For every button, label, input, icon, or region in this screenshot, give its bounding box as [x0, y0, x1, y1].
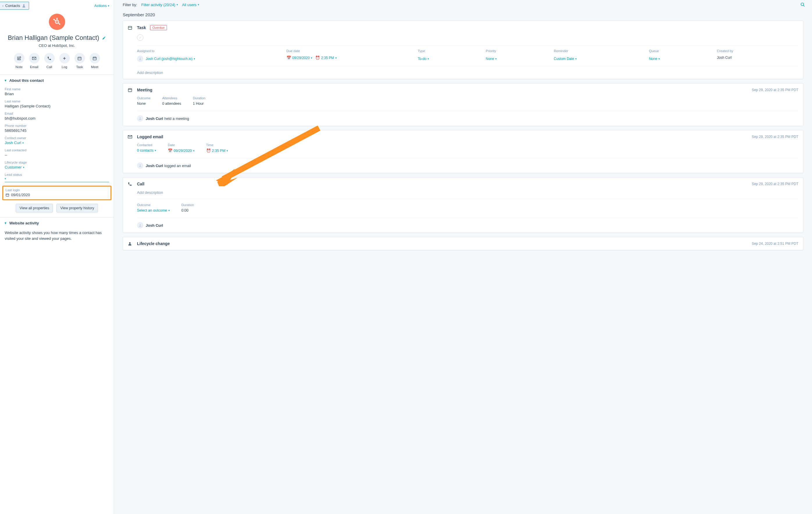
add-description[interactable]: Add description: [137, 190, 798, 195]
filter-prefix: Filter by:: [123, 3, 137, 7]
note-button[interactable]: Note: [14, 53, 24, 69]
assigned-to-value[interactable]: Josh Curl (josh@hightouch.io) ▾: [137, 56, 282, 62]
duration-value[interactable]: 0:00: [181, 208, 194, 213]
due-date-label: Due date: [287, 49, 413, 53]
priority-value[interactable]: None ▾: [486, 56, 549, 62]
svg-rect-11: [78, 57, 81, 60]
task-button[interactable]: Task: [75, 53, 85, 69]
svg-point-4: [56, 18, 57, 19]
hubspot-sprocket-icon: [53, 18, 61, 26]
task-card[interactable]: Task Overdue ✓ Assigned to Due date Type…: [123, 21, 803, 79]
time-label: Time: [206, 143, 228, 147]
card-timestamp: Sep 29, 2020 at 2:35 PM PDT: [752, 135, 798, 139]
card-timestamp: Sep 24, 2020 at 2:51 PM PDT: [752, 242, 798, 246]
back-to-contacts[interactable]: ‹ Contacts: [0, 2, 29, 9]
last-name-value[interactable]: Halligan (Sample Contact): [5, 104, 109, 108]
task-complete-checkbox[interactable]: ✓: [137, 34, 143, 41]
first-name-label: First name: [5, 87, 109, 91]
caret-down-icon: ▾: [5, 79, 6, 82]
search-button[interactable]: [801, 2, 805, 7]
quick-actions: Note Email Call Log Task Meet: [6, 53, 108, 69]
svg-line-20: [803, 5, 805, 6]
card-title: Lifecycle change: [137, 241, 170, 246]
clock-icon: ⏰: [315, 56, 320, 60]
task-icon: [77, 56, 82, 60]
first-name-value[interactable]: Brian: [5, 92, 109, 96]
reminder-label: Reminder: [554, 49, 644, 53]
created-by-value: Josh Curl: [717, 56, 798, 62]
clock-icon: ⏰: [206, 148, 211, 153]
website-activity-header[interactable]: ▾ Website activity: [0, 217, 114, 229]
avatar-icon: [137, 115, 143, 121]
queue-value[interactable]: None ▾: [649, 56, 712, 62]
call-card[interactable]: Call Sep 29, 2020 at 2:35 PM PDT Add des…: [123, 177, 803, 233]
calendar-icon: [5, 193, 9, 197]
meet-button[interactable]: Meet: [90, 53, 100, 69]
properties-list: First nameBrian Last nameHalligan (Sampl…: [0, 86, 114, 217]
calendar-icon: 📅: [287, 56, 291, 60]
view-property-history-button[interactable]: View property history: [56, 204, 98, 213]
chevron-left-icon: ‹: [2, 4, 3, 8]
about-section-header[interactable]: ▾ About this contact: [0, 75, 114, 86]
add-description[interactable]: Add description: [137, 66, 798, 75]
call-button[interactable]: Call: [44, 53, 55, 69]
card-title: Meeting: [137, 88, 152, 92]
duration-value[interactable]: 1 Hour: [193, 102, 205, 106]
attendees-value[interactable]: 0 attendees: [162, 102, 181, 106]
email-label: Email: [5, 112, 109, 115]
outcome-value[interactable]: None: [137, 102, 151, 106]
attribution: Josh Curl: [137, 218, 798, 228]
view-all-properties-button[interactable]: View all properties: [16, 204, 53, 213]
owner-value[interactable]: Josh Curl▾: [5, 141, 109, 145]
svg-rect-24: [128, 88, 132, 92]
caret-down-icon: ▾: [5, 177, 6, 180]
last-contacted-value[interactable]: --: [5, 153, 109, 157]
svg-point-23: [140, 58, 141, 59]
filter-users-dropdown[interactable]: All users▾: [182, 3, 199, 7]
attribution: Josh Curl logged an email: [137, 158, 798, 169]
card-timestamp: Sep 29, 2020 at 2:35 PM PDT: [752, 182, 798, 186]
svg-point-0: [23, 4, 25, 6]
caret-down-icon: ▾: [177, 3, 178, 6]
type-label: Type: [417, 49, 481, 53]
log-button[interactable]: Log: [59, 53, 70, 69]
owner-label: Contact owner: [5, 136, 109, 140]
phone-icon: [47, 56, 52, 60]
lead-status-value[interactable]: ▾: [5, 177, 109, 180]
lifecycle-value[interactable]: Customer▾: [5, 165, 109, 169]
edit-name-button[interactable]: [102, 36, 106, 40]
time-value[interactable]: ⏰2:35 PM ▾: [206, 148, 228, 153]
lead-status-label: Lead status: [5, 173, 109, 177]
meeting-card[interactable]: Meeting Sep 29, 2020 at 2:35 PM PDT Outc…: [123, 83, 803, 126]
calendar-icon: 📅: [168, 148, 172, 153]
duration-label: Duration: [193, 96, 205, 100]
person-icon: [128, 242, 133, 246]
type-value[interactable]: To-do ▾: [417, 56, 481, 62]
actions-dropdown[interactable]: Actions ▾: [94, 3, 109, 8]
phone-value[interactable]: 5865691745: [5, 128, 109, 133]
calendar-icon: [92, 56, 97, 60]
svg-rect-21: [128, 26, 132, 29]
logged-email-card[interactable]: Logged email Sep 29, 2020 at 2:35 PM PDT…: [123, 130, 803, 173]
svg-rect-13: [93, 57, 96, 60]
outcome-value[interactable]: Select an outcome ▾: [137, 208, 170, 213]
timeline: Task Overdue ✓ Assigned to Due date Type…: [114, 21, 812, 263]
last-login-highlight: Last login 09/01/2020: [2, 186, 111, 200]
email-button[interactable]: Email: [29, 53, 39, 69]
due-date-value[interactable]: 📅09/29/2020 ▾ ⏰2:35 PM ▾: [287, 56, 413, 62]
filter-activity-dropdown[interactable]: Filter activity (20/24)▾: [141, 3, 178, 7]
lifecycle-change-card[interactable]: Lifecycle change Sep 24, 2020 at 2:51 PM…: [123, 237, 803, 250]
svg-point-28: [140, 117, 141, 118]
reminder-value[interactable]: Custom Date ▾: [554, 56, 644, 62]
contact-sidebar: ‹ Contacts Actions ▾ Brian Halligan (Sam…: [0, 0, 114, 514]
date-value[interactable]: 📅09/29/2020 ▾: [168, 148, 195, 153]
contact-avatar[interactable]: [49, 14, 65, 30]
email-value[interactable]: bh@hubspot.com: [5, 116, 109, 120]
contacted-value[interactable]: 0 contacts ▾: [137, 148, 156, 153]
task-icon: [128, 25, 133, 30]
date-label: Date: [168, 143, 195, 147]
priority-label: Priority: [486, 49, 549, 53]
avatar-icon: [137, 56, 143, 62]
last-login-value[interactable]: 09/01/2020: [5, 193, 108, 197]
overdue-badge: Overdue: [150, 25, 167, 30]
